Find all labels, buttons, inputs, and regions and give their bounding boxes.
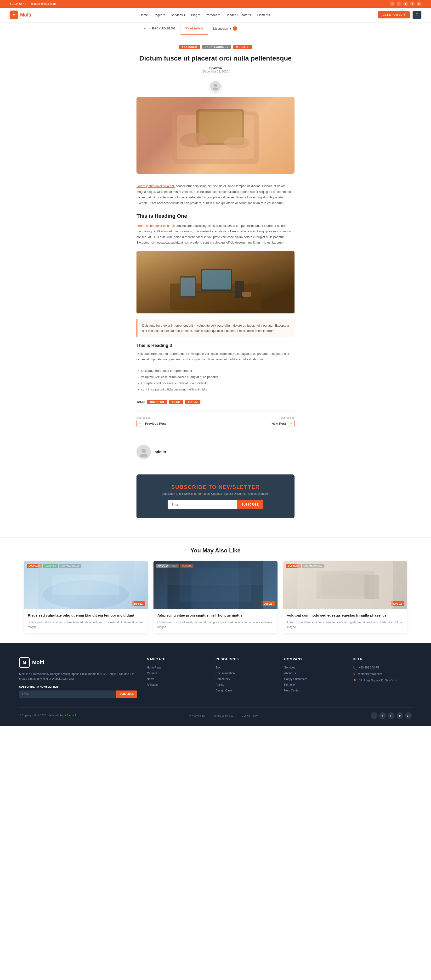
footer-link-affiliates[interactable]: Affiliates [147,683,206,686]
footer-pinterest-icon[interactable]: p [396,712,403,719]
footer-bottom: © Copyright Molti 2020. Made with by ⚙ S… [19,707,412,719]
article-author: admin [213,67,222,70]
card-title-2: Adipiscing vitae proin sagittis nisl rho… [157,613,273,618]
tag-lorem[interactable]: LOREM [185,400,200,404]
location-icon: 📍 [353,679,357,683]
discussion-tab[interactable]: Discussion ▾ 0 [208,22,242,35]
hamburger-button[interactable]: ☰ [413,11,421,19]
footer-link-community[interactable]: Community [216,677,275,681]
list-item: Duis aute irure dolor in reprehenderit i… [141,368,295,374]
footer-link-services[interactable]: Services [284,666,343,669]
related-posts-title: You May Also Like [24,547,407,554]
top-bar-left: +1 234 567 8 contact@molti.com [10,2,56,5]
tags-label: TAGS: [136,400,145,404]
article-tags-top: FEATURED UNCATEGORIZED WEBSITE [136,45,295,49]
nav-links: Home Pages ▾ Services ▾ Blog ▾ Portfolio… [140,13,270,17]
footer-logo-icon: M [19,657,30,668]
terms-link[interactable]: · [209,714,210,717]
back-to-blog-button[interactable]: ← ← BACK TO BLOG [144,22,180,35]
footer-link-about[interactable]: About Us [284,671,343,675]
logo[interactable]: M Molti [10,11,31,19]
card-image-3: BUSINESS UNCATEGORIZED Dec 22 [283,561,407,609]
footer-link-help-center[interactable]: Help Center [284,689,343,692]
footer-link-design-case[interactable]: Design Case [216,689,275,692]
svg-rect-16 [242,292,251,297]
discussion-label: Discussion [213,27,228,30]
twitter-icon-top[interactable]: t [396,2,401,6]
nav-pages[interactable]: Pages ▾ [153,13,165,17]
footer-link-careers[interactable]: Careers [147,671,206,675]
google-icon-top[interactable]: g+ [417,2,421,6]
terms-of-service-link[interactable]: Terms of Service [214,714,233,717]
article-navigation: ← ← BACK TO BLOG Read Article Discussion… [0,22,431,35]
card-text-1: Lorem ipsum dolor sit amet, consectetur … [28,620,144,629]
svg-rect-13 [180,278,195,296]
card-text-3: Lorem ipsum dolor sit amet, consectetur … [287,620,403,629]
svg-rect-10 [202,270,231,290]
facebook-icon-top[interactable]: f [390,2,394,6]
prev-post-link[interactable]: ← Previous Post [136,420,166,427]
list-item: voluptate velit esse cillum dolore eu fu… [141,374,295,380]
heading-three: This is Heading 3 [136,343,295,348]
footer-address-text: 49 Unige Square D, New York. [359,679,398,682]
nav-portfolio[interactable]: Portfolio ▾ [206,13,220,17]
tag-website[interactable]: WEBSITE [233,45,252,49]
highlight-link-1[interactable]: Lorem ipsum dolor sit amet, [136,184,175,188]
arrow-icon-discussion: ▾ [230,27,231,30]
footer-company-col: COMPANY Services About Us Happy Customer… [284,657,343,698]
get-started-button[interactable]: GET STARTED ▾ [378,11,410,18]
top-bar: +1 234 567 8 contact@molti.com f t in p … [0,0,431,8]
footer-made-by[interactable]: ⚙ Samar2 [64,714,76,717]
footer-google-icon[interactable]: g+ [405,712,412,719]
next-post-link[interactable]: Next Post → [271,420,295,427]
discussion-count: 0 [233,26,237,30]
author-box: admin [136,439,295,465]
pages-dropdown-arrow: ▾ [163,13,165,17]
list-item: Excepteur sint occaecat cupidatat non pr… [141,380,295,387]
card-body-1: Risus sed vulputate odio ut enim blandit… [24,609,148,633]
body-text-2: Lorem ipsum dolor sit amet, consectetur … [136,223,295,245]
article-hero-image [136,97,295,174]
related-card-2: UNCATEGORIZED WEBSITE Dec 22 Adipiscing … [153,561,277,633]
newsletter-subscribe-button[interactable]: SUBSCRIBE [237,500,263,509]
prev-label: Click to See [136,416,166,419]
author-box-name: admin [155,450,166,454]
footer-linkedin-icon[interactable]: in [388,712,394,719]
tag-uncategorized[interactable]: UNCATEGORIZED [202,45,231,49]
privacy-policy-link[interactable]: Privacy Policy [189,714,205,717]
author-avatar [209,80,222,92]
footer-link-happy-customers[interactable]: Happy Customers [284,677,343,681]
nav-services[interactable]: Services ▾ [171,13,185,17]
footer-link-portfolio[interactable]: Portfolio [284,683,343,686]
portfolio-dropdown-arrow: ▾ [218,13,220,17]
highlight-link-2[interactable]: Lorem ipsum dolor sit amet, [136,224,175,228]
nav-header-footer[interactable]: Header & Footer ▾ [225,13,251,17]
footer-link-news[interactable]: News [147,677,206,681]
footer-facebook-icon[interactable]: f [371,712,377,719]
newsletter-box: SUBSCRIBE TO NEWSLETTER Subscribe to our… [136,474,295,518]
read-article-tab[interactable]: Read Article [180,22,208,35]
footer-link-documentation[interactable]: Documentation [216,671,275,675]
footer-link-pricing[interactable]: Pricing [216,683,275,686]
desk-image [136,251,295,313]
email-icon: ✉ [353,673,356,676]
tag-ipsum[interactable]: IPSUM [169,400,183,404]
linkedin-icon-top[interactable]: in [403,2,408,6]
nav-blog[interactable]: Blog ▾ [191,13,200,17]
nav-elements[interactable]: Elements [257,13,270,17]
newsletter-title: SUBSCRIBE TO NEWSLETTER [146,484,285,490]
tag-featured[interactable]: FEATURED [179,45,200,49]
back-arrow-icon: ← [144,27,147,30]
tag-dolor-sit[interactable]: DOLOR SIT [147,400,167,404]
article-meta: By admin December 22, 2020 [136,67,295,73]
footer-link-blog[interactable]: Blog [216,666,275,669]
newsletter-email-input[interactable] [168,500,237,509]
pinterest-icon-top[interactable]: p [410,2,415,6]
cookie-policy-link[interactable]: Cookie Policy [242,714,258,717]
footer-logo[interactable]: M Molti [19,657,137,668]
footer-link-homepage[interactable]: HomePage [147,666,206,669]
nav-home[interactable]: Home [140,13,148,17]
footer-twitter-icon[interactable]: t [379,712,386,719]
footer-email-input[interactable] [19,690,117,698]
footer-subscribe-button[interactable]: SUBSCRIBE [117,690,137,698]
